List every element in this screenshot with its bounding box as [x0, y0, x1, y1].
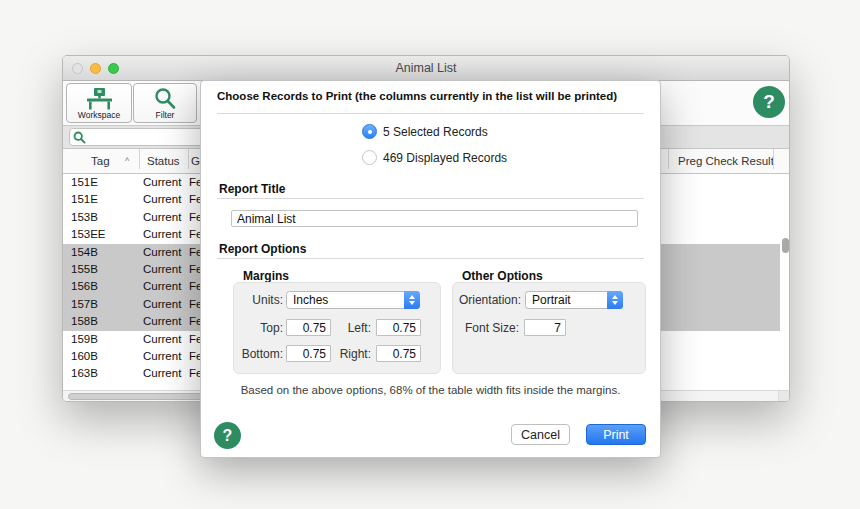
print-button[interactable]: Print: [586, 424, 646, 445]
cell-status: Current: [143, 278, 181, 295]
cell-status: Current: [143, 313, 181, 330]
help-question-glyph: ?: [763, 91, 775, 113]
units-label: Units:: [234, 293, 283, 307]
vertical-scrollbar-thumb[interactable]: [782, 238, 789, 253]
workspace-button-label: Workspace: [67, 110, 131, 120]
cell-tag: 153EE: [71, 226, 106, 243]
cell-tag: 153B: [71, 209, 98, 226]
radio-on-icon[interactable]: [362, 124, 377, 139]
column-header-gender[interactable]: G: [191, 149, 200, 174]
left-margin-input[interactable]: [376, 319, 421, 336]
filter-button[interactable]: Filter: [133, 83, 197, 123]
sort-ascending-icon: ^: [125, 149, 129, 174]
print-button-label: Print: [603, 428, 629, 442]
cell-status: Current: [143, 174, 181, 191]
report-title-input[interactable]: [231, 210, 638, 227]
cell-tag: 151E: [71, 174, 98, 191]
filter-button-label: Filter: [134, 110, 196, 120]
units-value: Inches: [293, 292, 328, 308]
radio-displayed-records-label: 469 Displayed Records: [383, 151, 507, 165]
font-size-input[interactable]: [524, 319, 566, 336]
orientation-label: Orientation:: [453, 293, 521, 307]
cell-tag: 163B: [71, 365, 98, 382]
dialog-title: Choose Records to Print (the columns cur…: [217, 90, 617, 102]
bottom-margin-label: Bottom:: [234, 347, 283, 361]
right-margin-input[interactable]: [376, 345, 421, 362]
cell-status: Current: [143, 244, 181, 261]
radio-off-icon[interactable]: [362, 150, 377, 165]
search-icon: [73, 130, 86, 148]
column-divider[interactable]: [773, 149, 774, 169]
cell-status: Current: [143, 348, 181, 365]
help-button[interactable]: ?: [753, 86, 785, 118]
dialog-help-button[interactable]: ?: [214, 422, 241, 449]
bottom-margin-input[interactable]: [286, 345, 331, 362]
window-titlebar: Animal List: [63, 56, 789, 81]
divider: [217, 198, 644, 199]
cell-tag: 160B: [71, 348, 98, 365]
column-divider[interactable]: [668, 149, 669, 169]
cell-tag: 151E: [71, 191, 98, 208]
report-title-heading: Report Title: [219, 182, 285, 196]
cell-status: Current: [143, 365, 181, 382]
column-header-preg-check-result[interactable]: Preg Check Result: [678, 149, 774, 174]
top-margin-label: Top:: [234, 321, 283, 335]
workspace-desk-icon: [67, 87, 131, 111]
divider: [217, 113, 644, 114]
margins-group: Units: Inches Top: Left: Bottom: Right:: [233, 282, 441, 374]
scrollbar-corner: [778, 391, 789, 402]
other-options-group: Orientation: Portrait Font Size:: [452, 282, 646, 374]
other-options-heading: Other Options: [462, 269, 543, 283]
cell-status: Current: [143, 261, 181, 278]
cell-tag: 155B: [71, 261, 98, 278]
divider: [217, 258, 644, 259]
cell-tag: 159B: [71, 331, 98, 348]
radio-displayed-records[interactable]: 469 Displayed Records: [362, 150, 507, 165]
cell-status: Current: [143, 296, 181, 313]
cell-tag: 154B: [71, 244, 98, 261]
dropdown-stepper-icon[interactable]: [404, 291, 420, 309]
workspace-button[interactable]: Workspace: [66, 83, 132, 123]
cell-status: Current: [143, 331, 181, 348]
cell-tag: 157B: [71, 296, 98, 313]
radio-selected-records-label: 5 Selected Records: [383, 125, 488, 139]
cell-tag: 158B: [71, 313, 98, 330]
cancel-button-label: Cancel: [521, 428, 560, 442]
filter-magnifier-icon: [134, 87, 196, 111]
right-margin-label: Right:: [332, 347, 371, 361]
units-dropdown[interactable]: Inches: [286, 291, 420, 309]
orientation-dropdown[interactable]: Portrait: [525, 291, 623, 309]
cell-status: Current: [143, 191, 181, 208]
column-header-status[interactable]: Status: [147, 149, 180, 174]
font-size-label: Font Size:: [453, 321, 519, 335]
cell-tag: 156B: [71, 278, 98, 295]
margins-heading: Margins: [243, 269, 289, 283]
cancel-button[interactable]: Cancel: [511, 424, 570, 445]
column-header-tag[interactable]: Tag: [91, 149, 110, 174]
cell-status: Current: [143, 209, 181, 226]
print-dialog: Choose Records to Print (the columns cur…: [200, 80, 661, 458]
report-options-heading: Report Options: [219, 242, 306, 256]
help-question-glyph: ?: [223, 427, 233, 445]
cell-status: Current: [143, 226, 181, 243]
column-divider[interactable]: [139, 149, 140, 169]
top-margin-input[interactable]: [286, 319, 331, 336]
radio-selected-records[interactable]: 5 Selected Records: [362, 124, 488, 139]
orientation-value: Portrait: [532, 292, 571, 308]
fit-note: Based on the above options, 68% of the t…: [201, 384, 660, 396]
dropdown-stepper-icon[interactable]: [607, 291, 623, 309]
column-divider[interactable]: [188, 149, 189, 169]
left-margin-label: Left:: [332, 321, 371, 335]
window-title: Animal List: [63, 56, 789, 81]
